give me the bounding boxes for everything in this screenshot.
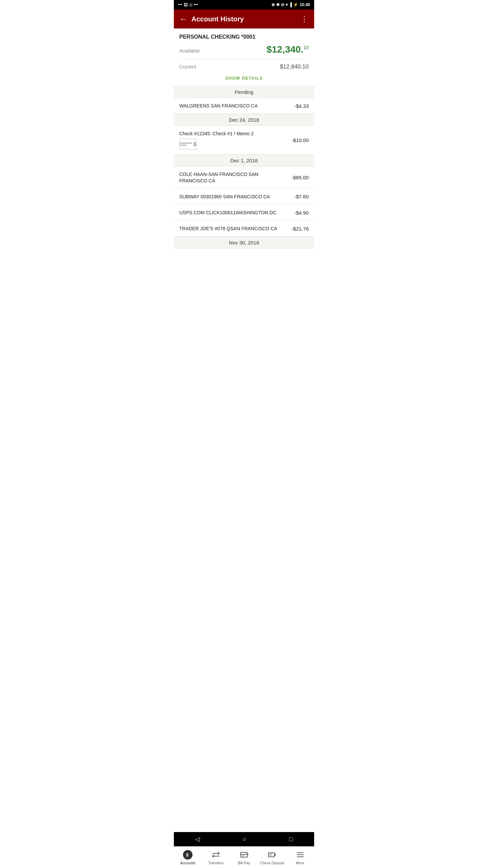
transaction-name: TRADER JOE'S #078 QSAN FRANCISCO CA bbox=[179, 225, 287, 232]
table-row[interactable]: WALGREENS SAN FRANCISCO CA -$4.33 bbox=[174, 98, 314, 114]
transaction-name: Check #12345: Check #1 / Memo 2 bbox=[179, 131, 287, 137]
available-amount: $12,340.10 bbox=[266, 44, 309, 55]
content-area: PERSONAL CHECKING *0001 Available $12,34… bbox=[174, 28, 314, 284]
section-header-nov30: Nov 30, 2018 bbox=[174, 237, 314, 249]
billpay-icon bbox=[239, 850, 249, 860]
wifi-icon: ▾ bbox=[286, 2, 288, 7]
image-icon: 🖼 bbox=[184, 2, 188, 7]
section-header-pending: Pending bbox=[174, 86, 314, 98]
nav-accounts[interactable]: $ Accounts bbox=[174, 847, 202, 868]
available-label: Available bbox=[179, 48, 200, 54]
transaction-left: USPS.COM CLICK100611WASHINGTON DC bbox=[179, 210, 294, 216]
transaction-left: TRADER JOE'S #078 QSAN FRANCISCO CA bbox=[179, 225, 291, 232]
accounts-label: Accounts bbox=[180, 861, 196, 865]
section-header-dec24: Dec 24, 2018 bbox=[174, 114, 314, 126]
dots-icon: ••• bbox=[194, 2, 198, 7]
current-amount: $12,840.10 bbox=[280, 63, 309, 70]
transaction-name: WALGREENS SAN FRANCISCO CA bbox=[179, 103, 290, 109]
check-lines bbox=[180, 143, 192, 145]
transaction-left: Check #12345: Check #1 / Memo 2 $ bbox=[179, 131, 291, 150]
status-bar: ••• 🖼 ◎ ••• ⊕ ✱ ⊖ ▾ ▐ ⚡ 10:40 bbox=[174, 0, 314, 9]
transaction-left: WALGREENS SAN FRANCISCO CA bbox=[179, 103, 294, 109]
checkdeposit-icon bbox=[267, 850, 277, 860]
menu-button[interactable]: ⋮ bbox=[301, 15, 309, 23]
billpay-label: Bill Pay bbox=[238, 861, 250, 865]
status-left-icons: ••• 🖼 ◎ ••• bbox=[178, 2, 198, 7]
android-home-button[interactable]: ○ bbox=[243, 836, 246, 843]
nav-transfers[interactable]: Transfers bbox=[202, 847, 230, 868]
show-details-button[interactable]: SHOW DETAILS bbox=[179, 72, 309, 86]
transaction-name: SUBWAY 00301960 SAN FRANCISCO CA bbox=[179, 194, 290, 200]
check-icon: $ bbox=[179, 139, 287, 150]
account-section: PERSONAL CHECKING *0001 Available $12,34… bbox=[174, 28, 314, 86]
check-line-1 bbox=[180, 143, 192, 143]
check-dollar-sign: $ bbox=[194, 141, 196, 147]
transaction-amount: -$7.60 bbox=[294, 194, 309, 199]
divider bbox=[179, 59, 309, 59]
android-recent-button[interactable]: □ bbox=[289, 836, 293, 843]
checkdeposit-label: Check Deposit bbox=[260, 861, 284, 865]
android-back-button[interactable]: ◁ bbox=[195, 835, 200, 843]
section-header-dec1: Dec 1, 2018 bbox=[174, 155, 314, 166]
app-header: ← Account History ⋮ bbox=[174, 9, 314, 28]
sync-icon: ⊕ bbox=[271, 2, 275, 7]
nav-billpay[interactable]: Bill Pay bbox=[230, 847, 258, 868]
transaction-amount: -$4.33 bbox=[294, 103, 309, 109]
time: 10:40 bbox=[300, 2, 310, 7]
transaction-name: COLE HAAN-SAN FRANCISCO SAN FRANCISCO CA bbox=[179, 171, 287, 183]
bluetooth-icon: ✱ bbox=[276, 2, 280, 7]
status-right-icons: ⊕ ✱ ⊖ ▾ ▐ ⚡ 10:40 bbox=[271, 2, 310, 7]
current-label: Current bbox=[179, 64, 196, 70]
check-line-2 bbox=[180, 145, 187, 145]
transaction-left: SUBWAY 00301960 SAN FRANCISCO CA bbox=[179, 194, 294, 200]
transaction-left: COLE HAAN-SAN FRANCISCO SAN FRANCISCO CA bbox=[179, 171, 291, 183]
transaction-amount: -$4.90 bbox=[294, 210, 309, 216]
back-button[interactable]: ← bbox=[179, 14, 187, 24]
current-balance-row: Current $12,840.10 bbox=[179, 63, 309, 70]
android-nav-bar: ◁ ○ □ bbox=[174, 832, 314, 846]
bottom-nav: $ Accounts Transfers Bill Pay bbox=[174, 846, 314, 868]
page-title: Account History bbox=[191, 15, 301, 23]
transfers-icon bbox=[211, 850, 221, 860]
account-name: PERSONAL CHECKING *0001 bbox=[179, 34, 309, 40]
transaction-amount: -$85.00 bbox=[291, 175, 309, 180]
table-row[interactable]: Check #12345: Check #1 / Memo 2 $ -$10.0… bbox=[174, 126, 314, 155]
table-row[interactable]: USPS.COM CLICK100611WASHINGTON DC -$4.90 bbox=[174, 205, 314, 221]
more-label: More bbox=[296, 861, 304, 865]
transaction-name: USPS.COM CLICK100611WASHINGTON DC bbox=[179, 210, 290, 216]
nav-more[interactable]: More bbox=[286, 847, 314, 868]
accounts-icon: $ bbox=[183, 850, 192, 860]
svg-rect-3 bbox=[268, 853, 274, 857]
minus-circle-icon: ⊖ bbox=[281, 2, 284, 7]
battery-icon: ⚡ bbox=[293, 2, 298, 7]
nav-checkdeposit[interactable]: Check Deposit bbox=[258, 847, 286, 868]
circle-icon: ◎ bbox=[189, 2, 192, 7]
table-row[interactable]: COLE HAAN-SAN FRANCISCO SAN FRANCISCO CA… bbox=[174, 166, 314, 189]
signal-bars-icon: ▐ bbox=[289, 2, 292, 7]
check-image: $ bbox=[179, 139, 197, 150]
transfers-label: Transfers bbox=[208, 861, 224, 865]
more-icon bbox=[296, 850, 305, 860]
transaction-amount: -$10.00 bbox=[291, 137, 309, 143]
svg-text:$: $ bbox=[186, 852, 189, 857]
transactions-list: Pending WALGREENS SAN FRANCISCO CA -$4.3… bbox=[174, 86, 314, 249]
available-balance-row: Available $12,340.10 bbox=[179, 44, 309, 55]
transaction-amount: -$21.76 bbox=[291, 226, 309, 232]
table-row[interactable]: SUBWAY 00301960 SAN FRANCISCO CA -$7.60 bbox=[174, 189, 314, 205]
table-row[interactable]: TRADER JOE'S #078 QSAN FRANCISCO CA -$21… bbox=[174, 221, 314, 237]
signal-dots: ••• bbox=[178, 2, 182, 7]
